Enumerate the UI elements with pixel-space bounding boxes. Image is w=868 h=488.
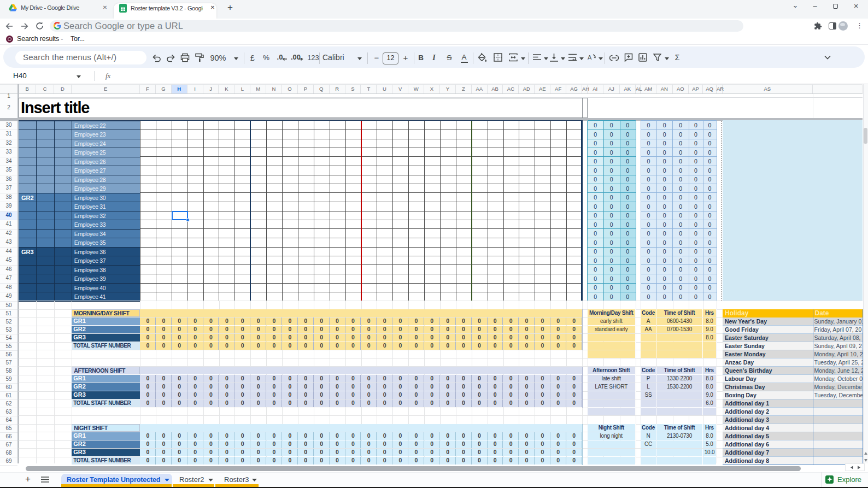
svg-text:A: A (588, 54, 592, 61)
